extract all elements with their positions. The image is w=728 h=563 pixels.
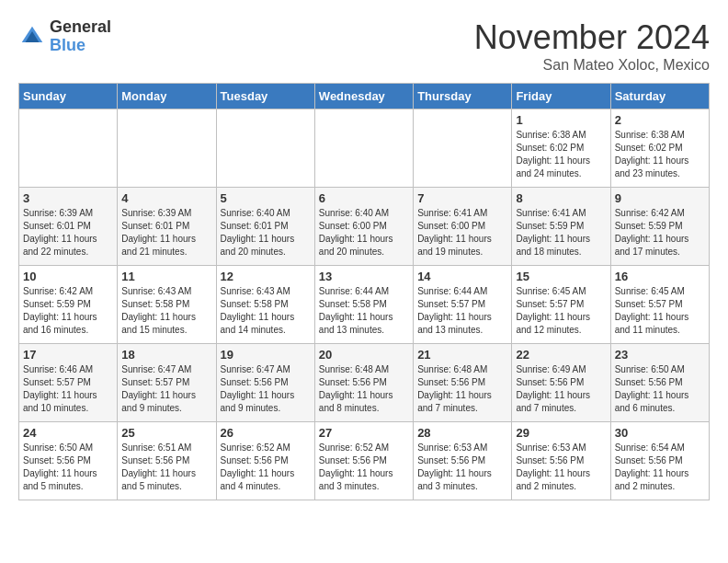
day-detail: Sunrise: 6:43 AM (121, 286, 191, 296)
day-detail: Sunrise: 6:54 AM (615, 442, 685, 453)
day-detail: Sunset: 5:59 PM (23, 299, 91, 309)
day-detail: Sunset: 6:01 PM (221, 221, 289, 231)
table-row: 3Sunrise: 6:39 AMSunset: 6:01 PMDaylight… (19, 188, 118, 266)
logo-text: General Blue (50, 18, 111, 55)
day-detail: Daylight: 11 hours and 6 minutes. (615, 390, 689, 413)
table-row (216, 109, 314, 188)
table-row (314, 109, 413, 188)
title-block: November 2024 San Mateo Xoloc, Mexico (474, 18, 710, 74)
day-detail: Sunrise: 6:45 AM (615, 286, 685, 296)
calendar-week-2: 10Sunrise: 6:42 AMSunset: 5:59 PMDayligh… (19, 266, 710, 344)
page-header: General Blue November 2024 San Mateo Xol… (18, 18, 710, 74)
table-row: 15Sunrise: 6:45 AMSunset: 5:57 PMDayligh… (512, 266, 610, 344)
day-detail: Sunset: 5:58 PM (221, 299, 289, 309)
day-number: 15 (516, 270, 606, 283)
col-tuesday: Tuesday (216, 84, 314, 109)
table-row: 4Sunrise: 6:39 AMSunset: 6:01 PMDaylight… (118, 188, 216, 266)
day-detail: Daylight: 11 hours and 4 minutes. (221, 468, 295, 491)
day-number: 24 (23, 426, 113, 440)
day-detail: Sunset: 5:57 PM (23, 377, 91, 387)
day-detail: Daylight: 11 hours and 24 minutes. (516, 155, 590, 178)
table-row: 7Sunrise: 6:41 AMSunset: 6:00 PMDaylight… (414, 188, 512, 266)
calendar-week-1: 3Sunrise: 6:39 AMSunset: 6:01 PMDaylight… (19, 188, 710, 266)
day-number: 16 (615, 270, 705, 283)
day-number: 26 (221, 426, 311, 440)
day-info: Sunrise: 6:50 AMSunset: 5:56 PMDaylight:… (615, 363, 705, 415)
day-number: 12 (221, 270, 311, 283)
table-row: 26Sunrise: 6:52 AMSunset: 5:56 PMDayligh… (216, 422, 314, 500)
day-number: 4 (121, 191, 211, 205)
day-info: Sunrise: 6:50 AMSunset: 5:56 PMDaylight:… (23, 442, 113, 493)
day-detail: Sunrise: 6:43 AM (221, 286, 290, 296)
col-sunday: Sunday (19, 84, 118, 109)
day-info: Sunrise: 6:47 AMSunset: 5:56 PMDaylight:… (221, 363, 311, 415)
table-row: 10Sunrise: 6:42 AMSunset: 5:59 PMDayligh… (19, 266, 118, 344)
day-detail: Daylight: 11 hours and 20 minutes. (221, 234, 295, 257)
day-number: 19 (221, 348, 311, 362)
logo-blue: Blue (50, 37, 111, 55)
day-detail: Sunrise: 6:41 AM (516, 208, 586, 218)
day-number: 2 (615, 113, 705, 127)
day-detail: Sunset: 5:58 PM (319, 299, 387, 309)
table-row (414, 109, 512, 188)
day-detail: Daylight: 11 hours and 3 minutes. (417, 468, 492, 491)
day-detail: Sunrise: 6:52 AM (221, 442, 290, 453)
day-detail: Sunset: 5:56 PM (417, 377, 485, 387)
calendar-table: Sunday Monday Tuesday Wednesday Thursday… (18, 83, 710, 500)
day-info: Sunrise: 6:47 AMSunset: 5:57 PMDaylight:… (121, 363, 211, 415)
day-number: 9 (615, 191, 705, 205)
day-detail: Sunset: 5:56 PM (23, 455, 91, 465)
day-info: Sunrise: 6:54 AMSunset: 5:56 PMDaylight:… (615, 442, 705, 493)
day-info: Sunrise: 6:48 AMSunset: 5:56 PMDaylight:… (417, 363, 507, 415)
day-detail: Sunset: 5:56 PM (417, 455, 485, 465)
day-info: Sunrise: 6:43 AMSunset: 5:58 PMDaylight:… (221, 285, 311, 337)
day-detail: Daylight: 11 hours and 13 minutes. (319, 312, 393, 335)
day-detail: Sunset: 5:56 PM (615, 377, 683, 387)
day-detail: Sunset: 5:58 PM (121, 299, 189, 309)
table-row: 22Sunrise: 6:49 AMSunset: 5:56 PMDayligh… (512, 344, 610, 422)
table-row: 6Sunrise: 6:40 AMSunset: 6:00 PMDaylight… (314, 188, 413, 266)
day-info: Sunrise: 6:39 AMSunset: 6:01 PMDaylight:… (121, 207, 211, 259)
day-detail: Sunrise: 6:48 AM (417, 364, 487, 374)
day-detail: Daylight: 11 hours and 16 minutes. (23, 312, 97, 335)
day-detail: Daylight: 11 hours and 10 minutes. (23, 390, 97, 413)
calendar-week-0: 1Sunrise: 6:38 AMSunset: 6:02 PMDaylight… (19, 109, 710, 188)
day-detail: Sunrise: 6:48 AM (319, 364, 389, 374)
day-detail: Sunrise: 6:47 AM (121, 364, 191, 374)
day-number: 7 (417, 191, 507, 205)
day-detail: Sunset: 6:00 PM (319, 221, 387, 231)
day-detail: Daylight: 11 hours and 2 minutes. (615, 468, 689, 491)
day-detail: Sunrise: 6:38 AM (516, 130, 586, 140)
day-number: 3 (23, 191, 113, 205)
table-row: 29Sunrise: 6:53 AMSunset: 5:56 PMDayligh… (512, 422, 610, 500)
day-detail: Daylight: 11 hours and 11 minutes. (615, 312, 689, 335)
day-info: Sunrise: 6:40 AMSunset: 6:01 PMDaylight:… (221, 207, 311, 259)
day-number: 10 (23, 270, 113, 283)
day-detail: Daylight: 11 hours and 22 minutes. (23, 234, 97, 257)
table-row: 12Sunrise: 6:43 AMSunset: 5:58 PMDayligh… (216, 266, 314, 344)
table-row: 28Sunrise: 6:53 AMSunset: 5:56 PMDayligh… (414, 422, 512, 500)
day-number: 8 (516, 191, 606, 205)
day-detail: Sunset: 5:56 PM (516, 455, 584, 465)
header-row: Sunday Monday Tuesday Wednesday Thursday… (19, 84, 710, 109)
location-title: San Mateo Xoloc, Mexico (474, 57, 710, 74)
day-number: 18 (121, 348, 211, 362)
day-info: Sunrise: 6:44 AMSunset: 5:58 PMDaylight:… (319, 285, 409, 337)
day-info: Sunrise: 6:52 AMSunset: 5:56 PMDaylight:… (221, 442, 311, 493)
day-detail: Daylight: 11 hours and 18 minutes. (516, 234, 590, 257)
day-detail: Daylight: 11 hours and 2 minutes. (516, 468, 590, 491)
day-number: 17 (23, 348, 113, 362)
day-detail: Sunrise: 6:53 AM (516, 442, 586, 453)
day-detail: Sunrise: 6:49 AM (516, 364, 586, 374)
day-detail: Sunset: 5:57 PM (516, 299, 584, 309)
day-number: 29 (516, 426, 606, 440)
day-number: 20 (319, 348, 409, 362)
day-info: Sunrise: 6:41 AMSunset: 6:00 PMDaylight:… (417, 207, 507, 259)
day-number: 1 (516, 113, 606, 127)
table-row: 1Sunrise: 6:38 AMSunset: 6:02 PMDaylight… (512, 109, 610, 188)
day-info: Sunrise: 6:53 AMSunset: 5:56 PMDaylight:… (516, 442, 606, 493)
day-detail: Sunrise: 6:47 AM (221, 364, 290, 374)
day-detail: Daylight: 11 hours and 13 minutes. (417, 312, 492, 335)
table-row: 30Sunrise: 6:54 AMSunset: 5:56 PMDayligh… (610, 422, 709, 500)
col-friday: Friday (512, 84, 610, 109)
